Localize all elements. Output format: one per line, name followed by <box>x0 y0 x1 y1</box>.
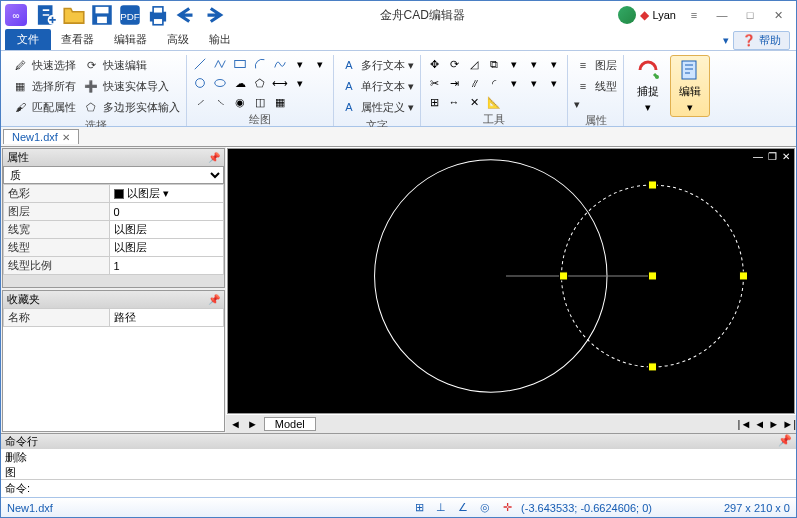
move-tool[interactable]: ✥ <box>425 55 443 73</box>
extend-tool[interactable]: ⇥ <box>445 74 463 92</box>
new-button[interactable] <box>33 4 59 26</box>
document-tabs: New1.dxf ✕ <box>1 127 796 147</box>
undo-button[interactable] <box>173 4 199 26</box>
tab-right-arrow[interactable]: ► <box>247 418 258 430</box>
stretch-tool[interactable]: ↔ <box>445 93 463 111</box>
pin-icon[interactable]: 📌 <box>208 294 220 305</box>
object-filter-combo[interactable]: 质 <box>3 166 224 184</box>
break-tool[interactable]: ▾ <box>525 74 543 92</box>
capture-button[interactable]: 捕捉▾ <box>628 55 668 117</box>
entity-import-button[interactable]: ➕快速实体导入 <box>80 76 182 96</box>
dropdown-icon[interactable]: ▾ <box>723 34 729 47</box>
fillet-tool[interactable]: ◜ <box>485 74 503 92</box>
svg-rect-22 <box>739 272 747 280</box>
ortho-icon[interactable]: ⊥ <box>433 500 449 516</box>
line-tool[interactable] <box>191 55 209 73</box>
rotate-tool[interactable]: ⟳ <box>445 55 463 73</box>
donut-tool[interactable]: ◉ <box>231 93 249 111</box>
window-controls: ≡ — □ ✕ <box>680 4 792 26</box>
rect-tool[interactable] <box>231 55 249 73</box>
table-tool[interactable]: ▦ <box>271 93 289 111</box>
xline-tool[interactable]: ⟍ <box>211 93 229 111</box>
maximize-button[interactable]: □ <box>736 4 764 26</box>
pdf-button[interactable]: PDF <box>117 4 143 26</box>
join-tool[interactable]: ▾ <box>545 74 563 92</box>
polar-icon[interactable]: ∠ <box>455 500 471 516</box>
model-tab[interactable]: Model <box>264 417 316 431</box>
circle-tool[interactable] <box>191 74 209 92</box>
tab-advanced[interactable]: 高级 <box>157 29 199 50</box>
linetype-button[interactable]: ≡线型 <box>572 76 619 96</box>
polyline-tool[interactable] <box>211 55 229 73</box>
quick-select-button[interactable]: 🖉快速选择 <box>9 55 78 75</box>
mirror-tool[interactable]: ⧉ <box>485 55 503 73</box>
pin-icon[interactable]: 📌 <box>208 152 220 163</box>
cloud-tool[interactable]: ☁ <box>231 74 249 92</box>
close-button[interactable]: ✕ <box>764 4 792 26</box>
doc-tab[interactable]: New1.dxf ✕ <box>3 129 79 144</box>
drawing-svg <box>228 149 794 413</box>
menu-button[interactable]: ≡ <box>680 4 708 26</box>
help-button[interactable]: ❓ 帮助 <box>733 31 790 50</box>
tab-left-arrow[interactable]: ◄ <box>230 418 241 430</box>
tab-editor[interactable]: 编辑器 <box>104 29 157 50</box>
main-area: 属性📌 质 色彩以图层 ▾ 图层0 线宽以图层 线型以图层 线型比例1 收藏夹📌… <box>1 147 796 433</box>
dim-tool[interactable]: ⟷ <box>271 74 289 92</box>
tab-file[interactable]: 文件 <box>5 29 51 50</box>
redo-button[interactable] <box>201 4 227 26</box>
ray-tool[interactable]: ⟋ <box>191 93 209 111</box>
copy-tool[interactable]: ▾ <box>525 55 543 73</box>
erase-tool[interactable]: ✕ <box>465 93 483 111</box>
attr-def-button[interactable]: A属性定义 ▾ <box>338 97 416 117</box>
poly-import-button[interactable]: ⬠多边形实体输入 <box>80 97 182 117</box>
table-row: 线型比例1 <box>4 257 224 275</box>
group-draw: ▾ ▾ ☁ ⬠ ⟷ ▾ ⟋ ⟍ ◉ ◫ ▦ 绘图 <box>187 55 334 126</box>
group-select: 🖉快速选择 ▦选择所有 🖌匹配属性 ⟳快速编辑 ➕快速实体导入 ⬠多边形实体输入… <box>5 55 187 126</box>
trim-tool[interactable]: ✂ <box>425 74 443 92</box>
open-button[interactable] <box>61 4 87 26</box>
osnap-icon[interactable]: ◎ <box>477 500 493 516</box>
ellipse-tool[interactable] <box>211 74 229 92</box>
minimize-button[interactable]: — <box>708 4 736 26</box>
scale-tool[interactable]: ◿ <box>465 55 483 73</box>
align-tool[interactable]: ⊞ <box>425 93 443 111</box>
block-tool[interactable]: ◫ <box>251 93 269 111</box>
svg-rect-8 <box>153 7 163 14</box>
ribbon: 🖉快速选择 ▦选择所有 🖌匹配属性 ⟳快速编辑 ➕快速实体导入 ⬠多边形实体输入… <box>1 51 796 127</box>
print-button[interactable] <box>145 4 171 26</box>
offset-tool[interactable]: ⫽ <box>465 74 483 92</box>
single-text-button[interactable]: A单行文本 ▾ <box>338 76 416 96</box>
command-input[interactable] <box>30 483 792 495</box>
hatch-tool[interactable]: ▾ <box>311 55 329 73</box>
properties-table: 色彩以图层 ▾ 图层0 线宽以图层 线型以图层 线型比例1 <box>3 184 224 275</box>
tab-output[interactable]: 输出 <box>199 29 241 50</box>
leader-tool[interactable]: ▾ <box>291 74 309 92</box>
nav-buttons[interactable]: |◄ ◄ ► ►| <box>738 418 796 430</box>
status-filename: New1.dxf <box>7 502 53 514</box>
viewport-controls[interactable]: —❐✕ <box>751 151 792 162</box>
arc-tool[interactable] <box>251 55 269 73</box>
measure-tool[interactable]: 📐 <box>485 93 503 111</box>
point-tool[interactable]: ▾ <box>291 55 309 73</box>
edit-button[interactable]: 编辑▾ <box>670 55 710 117</box>
array-tool[interactable]: ▾ <box>545 55 563 73</box>
user-area[interactable]: ◆ Lyan <box>618 6 676 24</box>
drawing-canvas[interactable]: —❐✕ <box>227 148 795 414</box>
cursor-icon[interactable]: ✛ <box>499 500 515 516</box>
snap-grid-icon[interactable]: ⊞ <box>411 500 427 516</box>
close-tab-icon[interactable]: ✕ <box>62 132 70 143</box>
tab-viewer[interactable]: 查看器 <box>51 29 104 50</box>
match-props-button[interactable]: 🖌匹配属性 <box>9 97 78 117</box>
quick-edit-button[interactable]: ⟳快速编辑 <box>80 55 182 75</box>
props-more[interactable]: ▾ <box>572 97 619 112</box>
cmd-title: 命令行 <box>5 434 38 449</box>
pin-icon[interactable]: 📌 <box>778 434 792 449</box>
layer-button[interactable]: ≡图层 <box>572 55 619 75</box>
chamfer-tool[interactable]: ▾ <box>505 74 523 92</box>
spline-tool[interactable] <box>271 55 289 73</box>
explode-tool[interactable]: ▾ <box>505 55 523 73</box>
save-button[interactable] <box>89 4 115 26</box>
polygon-tool[interactable]: ⬠ <box>251 74 269 92</box>
multi-text-button[interactable]: A多行文本 ▾ <box>338 55 416 75</box>
select-all-button[interactable]: ▦选择所有 <box>9 76 78 96</box>
